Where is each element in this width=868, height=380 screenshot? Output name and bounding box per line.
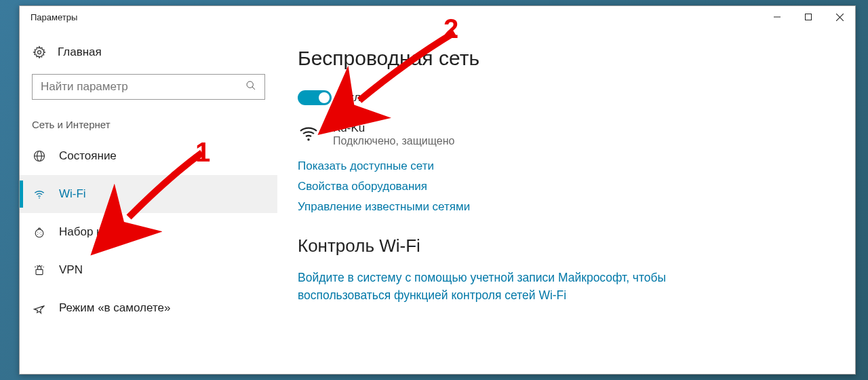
close-button[interactable] [824, 6, 855, 28]
sidebar-item-status[interactable]: Состояние [20, 137, 277, 175]
svg-point-10 [39, 197, 40, 199]
sidebar-item-dialup[interactable]: Набор номера [20, 213, 277, 251]
home-label: Главная [58, 45, 102, 59]
sidebar-item-wifi[interactable]: Wi-Fi [20, 175, 277, 213]
svg-point-12 [37, 232, 38, 233]
dialup-icon [32, 225, 47, 239]
svg-rect-17 [36, 269, 43, 275]
sidebar-item-airplane[interactable]: Режим «в самолете» [20, 289, 277, 327]
airplane-icon [32, 301, 47, 315]
sidebar-item-label: Режим «в самолете» [59, 301, 170, 315]
svg-point-18 [307, 138, 309, 140]
svg-point-14 [37, 234, 38, 235]
search-icon [245, 80, 256, 94]
svg-rect-1 [806, 14, 812, 20]
settings-window: Параметры Главная [19, 5, 856, 375]
wifi-toggle-row: Вкл. [298, 90, 835, 105]
globe-icon [32, 149, 47, 163]
section-title: Контроль Wi-Fi [298, 235, 835, 256]
titlebar: Параметры [20, 6, 855, 28]
sidebar-item-label: Wi-Fi [59, 187, 86, 201]
home-link[interactable]: Главная [20, 39, 277, 69]
window-title: Параметры [31, 12, 77, 22]
window-controls [762, 6, 855, 28]
wifi-icon [32, 187, 47, 201]
search-box[interactable] [32, 74, 265, 100]
svg-point-4 [38, 51, 41, 54]
svg-point-13 [41, 232, 41, 233]
search-input[interactable] [41, 80, 245, 94]
minimize-button[interactable] [762, 6, 793, 28]
svg-point-16 [39, 233, 40, 233]
section-label: Сеть и Интернет [20, 109, 277, 137]
svg-point-15 [41, 234, 41, 235]
gear-icon [32, 45, 47, 59]
link-show-networks[interactable]: Показать доступные сети [298, 159, 835, 173]
maximize-button[interactable] [793, 6, 824, 28]
svg-point-5 [247, 81, 253, 88]
network-name: Ku-Ku [333, 121, 454, 135]
sidebar-item-vpn[interactable]: VPN [20, 251, 277, 289]
link-manage-networks[interactable]: Управление известными сетями [298, 200, 835, 214]
page-title: Беспроводная сеть [298, 47, 835, 70]
vpn-icon [32, 263, 47, 277]
svg-line-6 [252, 87, 255, 90]
connected-network[interactable]: Ku-Ku Подключено, защищено [298, 121, 835, 147]
sidebar: Главная Сеть и Интернет [20, 28, 277, 374]
wifi-sense-text[interactable]: Войдите в систему с помощью учетной запи… [298, 269, 677, 305]
link-hardware-props[interactable]: Свойства оборудования [298, 180, 835, 193]
sidebar-item-label: Набор номера [59, 225, 136, 239]
main-content: Беспроводная сеть Вкл. Ku-Ku Подключено [277, 28, 855, 374]
network-status: Подключено, защищено [333, 135, 454, 147]
wifi-toggle[interactable] [298, 90, 332, 105]
wifi-toggle-label: Вкл. [341, 91, 364, 104]
sidebar-item-label: VPN [59, 263, 83, 277]
sidebar-item-label: Состояние [59, 149, 117, 163]
wifi-signal-icon [298, 121, 322, 147]
